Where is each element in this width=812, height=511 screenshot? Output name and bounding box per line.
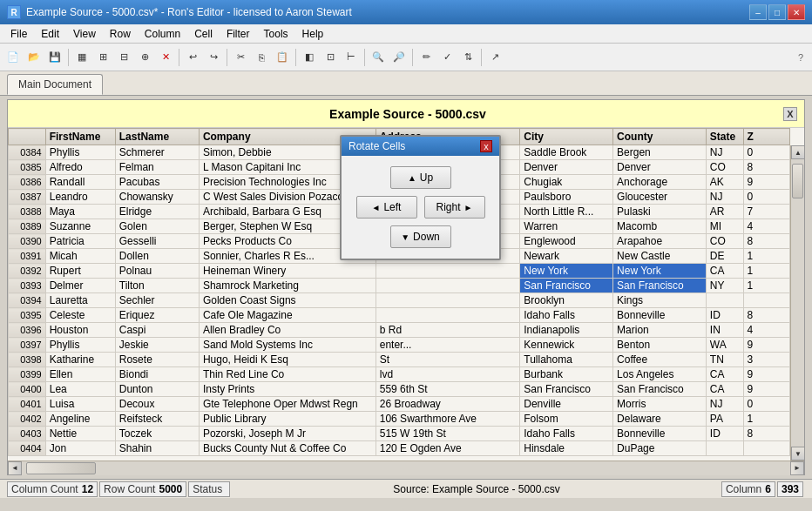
rotate-down-button[interactable]: Down bbox=[390, 225, 451, 248]
table-cell[interactable]: Shahin bbox=[115, 441, 199, 456]
table-cell[interactable]: ID bbox=[706, 308, 743, 323]
table-cell[interactable]: Idaho Falls bbox=[520, 308, 613, 323]
table-cell[interactable]: 0397 bbox=[9, 338, 46, 353]
menu-row[interactable]: Row bbox=[103, 26, 138, 42]
table-cell[interactable]: 4 bbox=[743, 219, 789, 234]
table-cell[interactable]: DE bbox=[706, 249, 743, 264]
menu-filter[interactable]: Filter bbox=[220, 26, 257, 42]
tb-align-left[interactable]: ◧ bbox=[300, 48, 319, 67]
menu-file[interactable]: File bbox=[3, 26, 34, 42]
horizontal-scrollbar[interactable]: ◄ ► bbox=[8, 461, 804, 474]
table-row[interactable]: 0392RupertPolnauHeineman WineryNew YorkN… bbox=[9, 264, 790, 279]
table-cell[interactable]: Sand Mold Systems Inc bbox=[199, 338, 376, 353]
table-cell[interactable]: 0394 bbox=[9, 293, 46, 308]
scroll-down-button[interactable]: ▼ bbox=[791, 447, 804, 461]
table-cell[interactable]: Chowansky bbox=[115, 190, 199, 205]
table-cell[interactable]: MI bbox=[706, 219, 743, 234]
table-cell[interactable]: CO bbox=[706, 234, 743, 249]
table-cell[interactable]: 0402 bbox=[9, 412, 46, 427]
table-cell[interactable]: Shamrock Marketing bbox=[199, 279, 376, 293]
table-cell[interactable]: 0392 bbox=[9, 264, 46, 279]
table-cell[interactable]: Katharine bbox=[45, 353, 115, 367]
menu-cell[interactable]: Cell bbox=[187, 26, 220, 42]
table-cell[interactable]: NJ bbox=[706, 190, 743, 205]
table-cell[interactable]: Heineman Winery bbox=[199, 264, 376, 279]
table-cell[interactable]: Denver bbox=[613, 160, 707, 175]
table-cell[interactable]: San Francisco bbox=[613, 382, 707, 397]
table-row[interactable]: 0398KatharineRoseteHugo, Heidi K EsqStTu… bbox=[9, 353, 790, 367]
table-cell[interactable]: 0387 bbox=[9, 190, 46, 205]
table-cell[interactable]: 7 bbox=[743, 205, 789, 219]
table-cell[interactable]: Benton bbox=[613, 338, 707, 353]
table-cell[interactable]: Alfredo bbox=[45, 160, 115, 175]
table-cell[interactable]: 8 bbox=[743, 427, 789, 441]
table-cell[interactable] bbox=[743, 293, 789, 308]
col-header-city[interactable]: City bbox=[520, 129, 613, 145]
table-row[interactable]: 0394LaurettaSechlerGolden Coast SignsBro… bbox=[9, 293, 790, 308]
table-cell[interactable]: Biondi bbox=[115, 367, 199, 382]
table-cell[interactable]: Decoux bbox=[115, 397, 199, 412]
table-cell[interactable]: Ellen bbox=[45, 367, 115, 382]
table-cell[interactable]: Burbank bbox=[520, 367, 613, 382]
menu-tools[interactable]: Tools bbox=[257, 26, 295, 42]
table-cell[interactable]: Schmerer bbox=[115, 145, 199, 160]
tb-copy[interactable]: ⎘ bbox=[252, 48, 271, 67]
tb-add-col[interactable]: ⊕ bbox=[135, 48, 154, 67]
table-cell[interactable]: Public Library bbox=[199, 412, 376, 427]
tb-check[interactable]: ✓ bbox=[437, 48, 457, 67]
scroll-track-v[interactable] bbox=[791, 159, 804, 447]
table-cell[interactable]: Kennewick bbox=[520, 338, 613, 353]
rotate-left-button[interactable]: Left bbox=[356, 196, 417, 219]
table-cell[interactable]: DuPage bbox=[613, 441, 707, 456]
table-cell[interactable]: b Rd bbox=[376, 323, 520, 338]
table-cell[interactable]: Leandro bbox=[45, 190, 115, 205]
table-cell[interactable]: Los Angeles bbox=[613, 367, 707, 382]
tb-doc[interactable]: ▦ bbox=[72, 48, 91, 67]
table-cell[interactable]: Phyllis bbox=[45, 145, 115, 160]
table-cell[interactable]: Lea bbox=[45, 382, 115, 397]
table-cell[interactable]: 0393 bbox=[9, 279, 46, 293]
table-cell[interactable]: Reifsteck bbox=[115, 412, 199, 427]
table-cell[interactable]: 0398 bbox=[9, 353, 46, 367]
table-cell[interactable]: Jeskie bbox=[115, 338, 199, 353]
table-cell[interactable]: Nettie bbox=[45, 427, 115, 441]
table-cell[interactable]: Hinsdale bbox=[520, 441, 613, 456]
table-row[interactable]: 0400LeaDuntonInsty Prints559 6th StSan F… bbox=[9, 382, 790, 397]
table-cell[interactable] bbox=[706, 293, 743, 308]
table-cell[interactable] bbox=[706, 441, 743, 456]
table-cell[interactable]: 0400 bbox=[9, 382, 46, 397]
scroll-right-button[interactable]: ► bbox=[790, 461, 804, 475]
tb-export[interactable]: ↗ bbox=[485, 48, 504, 67]
table-cell[interactable]: Cafe Ole Magazine bbox=[199, 308, 376, 323]
tb-new[interactable]: 📄 bbox=[3, 48, 23, 67]
table-cell[interactable]: lvd bbox=[376, 367, 520, 382]
tb-open[interactable]: 📂 bbox=[24, 48, 44, 67]
table-cell[interactable]: Folsom bbox=[520, 412, 613, 427]
table-cell[interactable]: Golen bbox=[115, 219, 199, 234]
maximize-button[interactable]: □ bbox=[768, 4, 786, 20]
tb-table[interactable]: ⊞ bbox=[93, 48, 112, 67]
table-cell[interactable]: San Francisco bbox=[520, 382, 613, 397]
table-cell[interactable]: Marion bbox=[613, 323, 707, 338]
table-cell[interactable]: 0385 bbox=[9, 160, 46, 175]
table-cell[interactable]: 8 bbox=[743, 234, 789, 249]
table-cell[interactable]: Felman bbox=[115, 160, 199, 175]
table-cell[interactable]: Delaware bbox=[613, 412, 707, 427]
col-header-firstname[interactable]: FirstName bbox=[45, 129, 115, 145]
table-cell[interactable]: 0 bbox=[743, 145, 789, 160]
tb-sort[interactable]: ⇅ bbox=[458, 48, 477, 67]
table-cell[interactable]: 0388 bbox=[9, 205, 46, 219]
table-cell[interactable]: Patricia bbox=[45, 234, 115, 249]
table-cell[interactable]: Arapahoe bbox=[613, 234, 707, 249]
table-cell[interactable]: St bbox=[376, 353, 520, 367]
scroll-left-button[interactable]: ◄ bbox=[8, 461, 22, 475]
table-cell[interactable]: 515 W 19th St bbox=[376, 427, 520, 441]
table-cell[interactable]: Denville bbox=[520, 397, 613, 412]
doc-close-button[interactable]: X bbox=[783, 107, 797, 121]
vertical-scrollbar[interactable]: ▲ ▼ bbox=[790, 145, 804, 461]
table-cell[interactable]: Luisa bbox=[45, 397, 115, 412]
table-cell[interactable]: Bergen bbox=[613, 145, 707, 160]
table-cell[interactable]: Chugiak bbox=[520, 175, 613, 190]
table-cell[interactable]: Angeline bbox=[45, 412, 115, 427]
rotate-up-button[interactable]: Up bbox=[390, 166, 451, 189]
